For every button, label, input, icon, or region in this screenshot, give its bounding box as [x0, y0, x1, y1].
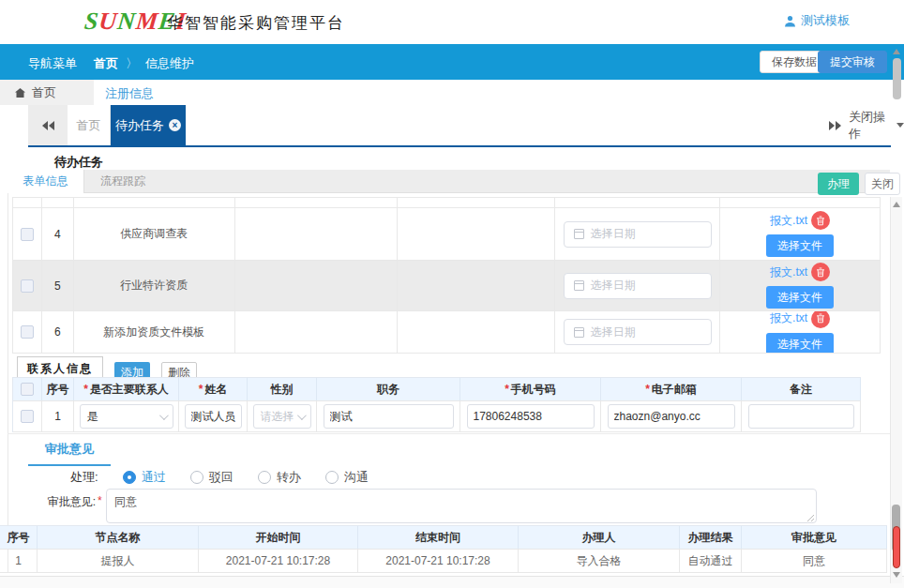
sidebar-item-home[interactable]: 首页 — [0, 80, 94, 105]
date-placeholder: 选择日期 — [591, 278, 636, 294]
delete-file-button[interactable] — [811, 263, 830, 281]
job-field[interactable] — [324, 404, 454, 429]
tab-flow-track[interactable]: 流程跟踪 — [84, 170, 161, 193]
inner-scrollbar-down-arrow[interactable] — [893, 572, 900, 578]
row-checkbox[interactable] — [21, 325, 34, 339]
scroll-tabs-right-button[interactable] — [821, 105, 848, 145]
section-divider — [8, 433, 890, 434]
row-number: 5 — [42, 261, 74, 310]
handle-button[interactable]: 办理 — [818, 173, 859, 195]
double-chevron-right-icon — [829, 121, 835, 130]
close-tab-icon[interactable]: × — [169, 119, 181, 131]
qualification-name: 供应商调查表 — [74, 208, 235, 260]
email-field[interactable] — [608, 404, 735, 429]
history-cell: 同意 — [742, 550, 887, 572]
resize-grip-icon[interactable] — [806, 514, 815, 522]
history-row: 1 提报人 2021-07-21 10:17:28 2021-07-21 10:… — [0, 550, 887, 573]
history-cell: 2021-07-21 10:17:28 — [199, 550, 358, 572]
column-header: 开始时间 — [199, 526, 358, 549]
table-row: 5 行业特许资质 选择日期 报文.txt 选择文件 — [13, 261, 881, 311]
calendar-icon — [574, 327, 584, 338]
row-checkbox[interactable] — [21, 410, 34, 423]
breadcrumb-separator: 〉 — [126, 55, 138, 72]
required-star: * — [645, 383, 650, 396]
user-menu[interactable]: 测试模板 — [784, 12, 850, 29]
gender-select[interactable]: 请选择 — [253, 404, 311, 429]
history-cell: 提报人 — [38, 550, 199, 572]
row-checkbox[interactable] — [21, 279, 34, 293]
active-tab-underline — [28, 145, 891, 147]
tab-todo-label: 待办任务 — [115, 117, 164, 134]
column-header: 备注 — [742, 378, 861, 400]
close-operations-dropdown[interactable]: 关闭操作 — [849, 105, 904, 145]
nav-menu-button[interactable]: 导航菜单 — [28, 55, 77, 72]
breadcrumb: 首页 〉 信息维护 — [94, 55, 194, 72]
expiry-date-input[interactable]: 选择日期 — [564, 319, 712, 345]
radio-reject[interactable]: 驳回 — [190, 469, 234, 486]
row-number: 4 — [42, 208, 74, 260]
delete-file-button[interactable] — [811, 311, 830, 328]
note-field[interactable] — [748, 404, 854, 429]
column-header: 性别 — [248, 378, 317, 400]
scroll-tabs-left-button[interactable] — [28, 105, 68, 145]
trash-icon — [816, 216, 825, 226]
column-header: 办理结果 — [680, 526, 742, 549]
radio-transfer[interactable]: 转办 — [258, 469, 301, 486]
radio-icon — [325, 471, 339, 484]
approval-section-label: 审批意见 — [28, 441, 111, 466]
inner-scrollbar-up-arrow[interactable] — [893, 202, 900, 207]
attached-file-link[interactable]: 报文.txt — [770, 311, 807, 326]
table-row-partial — [13, 198, 881, 208]
attached-file-link[interactable]: 报文.txt — [770, 213, 807, 229]
tab-home[interactable]: 首页 — [68, 105, 111, 145]
chevron-down-icon — [158, 411, 168, 420]
column-header: *电子邮箱 — [601, 378, 742, 400]
table-row: 4 供应商调查表 选择日期 报文.txt 选择文件 — [13, 208, 881, 261]
attached-file-link[interactable]: 报文.txt — [770, 264, 807, 280]
delete-file-button[interactable] — [811, 211, 830, 230]
date-placeholder: 选择日期 — [591, 324, 636, 340]
close-button[interactable]: 关闭 — [865, 173, 900, 195]
required-star: * — [505, 383, 509, 396]
page-heading-register-info[interactable]: 注册信息 — [105, 85, 154, 102]
choose-file-button[interactable]: 选择文件 — [766, 333, 834, 354]
table-row: 6 新添加资质文件模板 选择日期 报文.txt 选择文件 — [13, 311, 881, 354]
contact-table: 序号 *是否主要联系人 *姓名 性别 职务 *手机号码 *电子邮箱 备注 1 是… — [12, 377, 861, 432]
outer-scrollbar-thumb[interactable] — [893, 58, 901, 99]
chevron-down-icon — [296, 411, 306, 420]
approval-comment-textarea[interactable]: 同意 — [106, 489, 817, 523]
app-window: SUNMEI 华智智能采购管理平台 测试模板 导航菜单 首页 〉 信息维护 保存… — [0, 0, 904, 588]
top-navbar: 导航菜单 首页 〉 信息维护 保存数据 提交审核 — [0, 44, 904, 80]
history-table-header: 序号 节点名称 开始时间 结束时间 办理人 办理结果 审批意见 — [0, 526, 887, 550]
tab-todo-tasks[interactable]: 待办任务 × — [111, 105, 186, 145]
column-header: 节点名称 — [38, 526, 199, 549]
user-name: 测试模板 — [801, 12, 850, 29]
breadcrumb-current: 信息维护 — [145, 55, 194, 72]
submit-review-button[interactable]: 提交审核 — [818, 51, 887, 73]
tab-form-info[interactable]: 表单信息 — [8, 170, 84, 193]
column-header: 序号 — [42, 378, 74, 400]
column-header: *是否主要联系人 — [74, 378, 179, 400]
expiry-date-input[interactable]: 选择日期 — [564, 273, 712, 299]
row-checkbox[interactable] — [21, 228, 34, 241]
phone-field[interactable] — [467, 404, 595, 429]
choose-file-button[interactable]: 选择文件 — [766, 286, 834, 309]
qualification-table: 4 供应商调查表 选择日期 报文.txt 选择文件 — [12, 197, 881, 354]
expiry-date-input[interactable]: 选择日期 — [564, 221, 712, 248]
choose-file-button[interactable]: 选择文件 — [766, 234, 834, 257]
qualification-name: 新添加资质文件模板 — [74, 311, 235, 353]
breadcrumb-home[interactable]: 首页 — [94, 55, 118, 72]
column-header: 办理人 — [519, 526, 680, 549]
window-tabbar: 首页 待办任务 × 关闭操作 — [0, 105, 904, 145]
sidebar-item-label: 首页 — [32, 84, 56, 101]
radio-approve[interactable]: 通过 — [123, 469, 166, 486]
radio-communicate[interactable]: 沟通 — [325, 469, 369, 486]
primary-contact-select[interactable]: 是 — [80, 404, 173, 429]
outer-scrollbar-up-arrow[interactable] — [893, 49, 900, 54]
panel-left-border — [8, 193, 8, 573]
radio-icon — [258, 471, 271, 484]
process-label: 处理: — [70, 469, 98, 486]
name-field[interactable] — [185, 404, 242, 429]
history-cell: 2021-07-21 10:17:28 — [358, 550, 519, 572]
select-all-checkbox[interactable] — [21, 383, 34, 396]
